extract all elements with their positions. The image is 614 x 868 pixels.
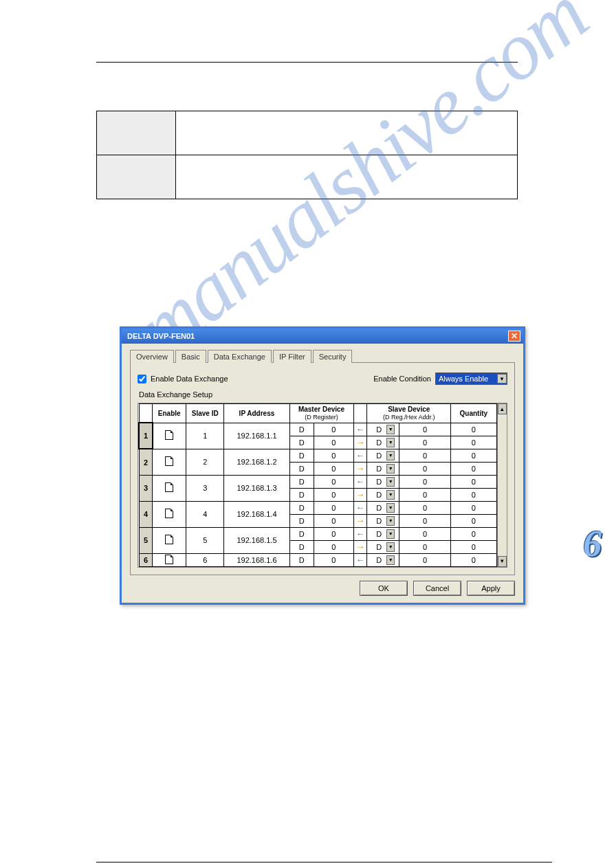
ip-cell[interactable]: 192.168.1.6 bbox=[224, 553, 289, 566]
table-row[interactable]: 22192.168.1.2D0←D▼00 bbox=[139, 449, 496, 462]
slave-id-cell[interactable]: 2 bbox=[186, 449, 224, 475]
master-val-cell[interactable]: 0 bbox=[314, 501, 353, 514]
enable-cell[interactable] bbox=[153, 527, 186, 553]
master-val-cell[interactable]: 0 bbox=[314, 527, 353, 540]
slave-id-cell[interactable]: 6 bbox=[186, 553, 224, 566]
ip-cell[interactable]: 192.168.1.2 bbox=[224, 449, 289, 475]
row-number[interactable]: 1 bbox=[139, 423, 153, 449]
master-reg-cell[interactable]: D bbox=[289, 540, 314, 553]
row-number[interactable]: 5 bbox=[139, 527, 153, 553]
slave-val-cell[interactable]: 0 bbox=[399, 527, 450, 540]
tab-ip-filter[interactable]: IP Filter bbox=[273, 350, 311, 363]
slave-val-cell[interactable]: 0 bbox=[399, 514, 450, 527]
slave-reg-select[interactable]: D▼ bbox=[367, 423, 399, 436]
ip-cell[interactable]: 192.168.1.1 bbox=[224, 423, 289, 449]
master-reg-cell[interactable]: D bbox=[289, 449, 314, 462]
slave-id-cell[interactable]: 5 bbox=[186, 527, 224, 553]
slave-reg-select[interactable]: D▼ bbox=[367, 436, 399, 449]
master-val-cell[interactable]: 0 bbox=[314, 553, 353, 566]
table-row[interactable]: 11192.168.1.1D0←D▼00 bbox=[139, 423, 496, 436]
slave-val-cell[interactable]: 0 bbox=[399, 462, 450, 475]
enable-cell[interactable] bbox=[153, 475, 186, 501]
master-reg-cell[interactable]: D bbox=[289, 501, 314, 514]
master-val-cell[interactable]: 0 bbox=[314, 514, 353, 527]
slave-reg-select[interactable]: D▼ bbox=[367, 527, 399, 540]
tab-data-exchange[interactable]: Data Exchange bbox=[208, 350, 272, 363]
apply-button[interactable]: Apply bbox=[467, 581, 515, 596]
master-val-cell[interactable]: 0 bbox=[314, 423, 353, 436]
slave-val-cell[interactable]: 0 bbox=[399, 553, 450, 566]
slave-val-cell[interactable]: 0 bbox=[399, 540, 450, 553]
row-number[interactable]: 3 bbox=[139, 475, 153, 501]
quantity-cell[interactable]: 0 bbox=[451, 553, 496, 566]
quantity-cell[interactable]: 0 bbox=[451, 488, 496, 501]
scroll-down-icon[interactable]: ▼ bbox=[498, 556, 507, 567]
enable-cell[interactable] bbox=[153, 449, 186, 475]
quantity-cell[interactable]: 0 bbox=[451, 475, 496, 488]
slave-val-cell[interactable]: 0 bbox=[399, 449, 450, 462]
cancel-button[interactable]: Cancel bbox=[413, 581, 461, 596]
slave-reg-select[interactable]: D▼ bbox=[367, 488, 399, 501]
slave-reg-select[interactable]: D▼ bbox=[367, 462, 399, 475]
master-reg-cell[interactable]: D bbox=[289, 514, 314, 527]
master-val-cell[interactable]: 0 bbox=[314, 488, 353, 501]
tab-overview[interactable]: Overview bbox=[130, 350, 174, 363]
quantity-cell[interactable]: 0 bbox=[451, 501, 496, 514]
master-reg-cell[interactable]: D bbox=[289, 488, 314, 501]
master-reg-cell[interactable]: D bbox=[289, 527, 314, 540]
master-reg-cell[interactable]: D bbox=[289, 475, 314, 488]
quantity-cell[interactable]: 0 bbox=[451, 423, 496, 436]
quantity-cell[interactable]: 0 bbox=[451, 449, 496, 462]
master-val-cell[interactable]: 0 bbox=[314, 436, 353, 449]
table-row[interactable]: 33192.168.1.3D0←D▼00 bbox=[139, 475, 496, 488]
enable-cell[interactable] bbox=[153, 423, 186, 449]
vertical-scrollbar[interactable]: ▲ ▼ bbox=[497, 403, 507, 567]
slave-id-cell[interactable]: 1 bbox=[186, 423, 224, 449]
row-number[interactable]: 4 bbox=[139, 501, 153, 527]
slave-id-cell[interactable]: 4 bbox=[186, 501, 224, 527]
quantity-cell[interactable]: 0 bbox=[451, 462, 496, 475]
slave-reg-select[interactable]: D▼ bbox=[367, 501, 399, 514]
row-number[interactable]: 6 bbox=[139, 553, 153, 566]
slave-reg-select[interactable]: D▼ bbox=[367, 475, 399, 488]
master-val-cell[interactable]: 0 bbox=[314, 475, 353, 488]
slave-val-cell[interactable]: 0 bbox=[399, 423, 450, 436]
close-button[interactable]: ✕ bbox=[508, 331, 520, 342]
master-reg-cell[interactable]: D bbox=[289, 423, 314, 436]
slave-reg-select[interactable]: D▼ bbox=[367, 540, 399, 553]
dialog-titlebar[interactable]: DELTA DVP-FEN01 ✕ bbox=[122, 329, 523, 344]
master-reg-cell[interactable]: D bbox=[289, 462, 314, 475]
table-row[interactable]: 66192.168.1.6D0←D▼00 bbox=[139, 553, 496, 566]
master-val-cell[interactable]: 0 bbox=[314, 462, 353, 475]
slave-val-cell[interactable]: 0 bbox=[399, 475, 450, 488]
ip-cell[interactable]: 192.168.1.4 bbox=[224, 501, 289, 527]
ip-cell[interactable]: 192.168.1.5 bbox=[224, 527, 289, 553]
scroll-track[interactable] bbox=[498, 414, 507, 556]
master-reg-cell[interactable]: D bbox=[289, 553, 314, 566]
slave-reg-select[interactable]: D▼ bbox=[367, 514, 399, 527]
master-val-cell[interactable]: 0 bbox=[314, 540, 353, 553]
quantity-cell[interactable]: 0 bbox=[451, 540, 496, 553]
slave-val-cell[interactable]: 0 bbox=[399, 488, 450, 501]
quantity-cell[interactable]: 0 bbox=[451, 436, 496, 449]
enable-cell[interactable] bbox=[153, 501, 186, 527]
enable-cell[interactable] bbox=[153, 553, 186, 566]
quantity-cell[interactable]: 0 bbox=[451, 527, 496, 540]
slave-val-cell[interactable]: 0 bbox=[399, 436, 450, 449]
table-row[interactable]: 44192.168.1.4D0←D▼00 bbox=[139, 501, 496, 514]
master-val-cell[interactable]: 0 bbox=[314, 449, 353, 462]
enable-condition-select[interactable]: Always Enable ▼ bbox=[435, 372, 507, 385]
master-reg-cell[interactable]: D bbox=[289, 436, 314, 449]
table-row[interactable]: 55192.168.1.5D0←D▼00 bbox=[139, 527, 496, 540]
quantity-cell[interactable]: 0 bbox=[451, 514, 496, 527]
scroll-up-icon[interactable]: ▲ bbox=[498, 403, 507, 414]
slave-reg-select[interactable]: D▼ bbox=[367, 553, 399, 566]
row-number[interactable]: 2 bbox=[139, 449, 153, 475]
slave-val-cell[interactable]: 0 bbox=[399, 501, 450, 514]
tab-security[interactable]: Security bbox=[313, 350, 353, 363]
slave-id-cell[interactable]: 3 bbox=[186, 475, 224, 501]
ok-button[interactable]: OK bbox=[360, 581, 408, 596]
enable-data-exchange-checkbox[interactable] bbox=[138, 375, 146, 383]
tab-basic[interactable]: Basic bbox=[175, 350, 206, 363]
slave-reg-select[interactable]: D▼ bbox=[367, 449, 399, 462]
